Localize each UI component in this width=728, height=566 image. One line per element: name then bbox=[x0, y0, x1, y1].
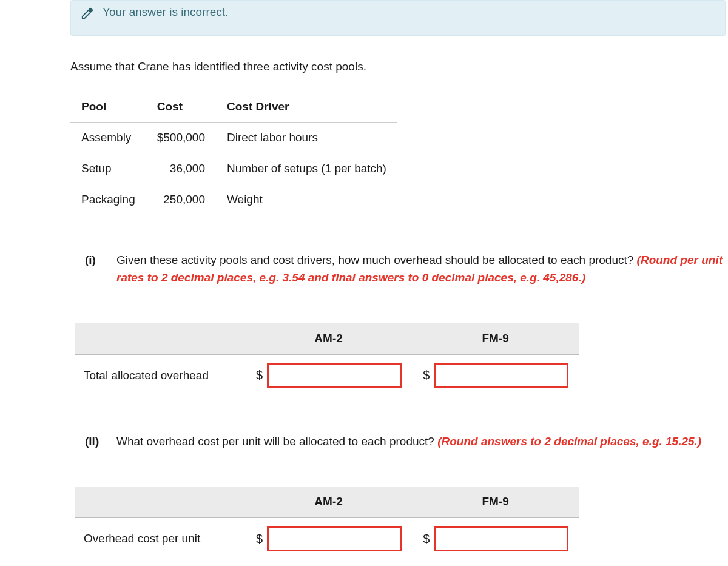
th-driver: Cost Driver bbox=[216, 92, 397, 123]
col-fm9: FM-9 bbox=[412, 487, 579, 517]
dollar-sign: $ bbox=[423, 532, 430, 546]
th-pool: Pool bbox=[70, 92, 146, 123]
blank-header bbox=[75, 487, 245, 517]
question-hint: (Round answers to 2 decimal places, e.g.… bbox=[437, 435, 701, 448]
col-fm9: FM-9 bbox=[412, 323, 579, 354]
pencil-icon bbox=[81, 7, 94, 23]
cell-pool: Assembly bbox=[70, 123, 146, 153]
question-ii: (ii) What overhead cost per unit will be… bbox=[85, 433, 726, 450]
question-index: (i) bbox=[85, 251, 104, 287]
dollar-sign: $ bbox=[256, 368, 263, 382]
dollar-sign: $ bbox=[423, 368, 430, 382]
th-cost: Cost bbox=[146, 92, 216, 123]
question-i: (i) Given these activity pools and cost … bbox=[85, 251, 726, 287]
row-label: Total allocated overhead bbox=[75, 354, 245, 396]
cell-pool: Packaging bbox=[70, 184, 146, 215]
question-body: What overhead cost per unit will be allo… bbox=[116, 433, 726, 450]
intro-text: Assume that Crane has identified three a… bbox=[70, 60, 726, 73]
alert-text: Your answer is incorrect. bbox=[103, 5, 228, 19]
cell-cost: $500,000 bbox=[146, 123, 216, 153]
row-label: Overhead cost per unit bbox=[75, 517, 245, 559]
dollar-sign: $ bbox=[256, 532, 263, 546]
cell-driver: Number of setups (1 per batch) bbox=[216, 153, 397, 184]
am2-total-input[interactable] bbox=[268, 363, 401, 388]
answer-table-i: AM-2 FM-9 Total allocated overhead $ bbox=[75, 323, 579, 396]
col-am2: AM-2 bbox=[245, 487, 412, 517]
answer-row: Total allocated overhead $ $ bbox=[75, 354, 579, 396]
col-am2: AM-2 bbox=[245, 323, 412, 354]
question-body: Given these activity pools and cost driv… bbox=[116, 251, 726, 287]
table-row: Setup 36,000 Number of setups (1 per bat… bbox=[70, 153, 397, 184]
cost-pool-table: Pool Cost Cost Driver Assembly $500,000 … bbox=[70, 92, 397, 215]
am2-perunit-input[interactable] bbox=[268, 527, 401, 551]
answer-row: Overhead cost per unit $ $ bbox=[75, 517, 579, 559]
fm9-total-input[interactable] bbox=[434, 363, 568, 388]
table-row: Packaging 250,000 Weight bbox=[70, 184, 397, 215]
blank-header bbox=[75, 323, 245, 354]
cell-driver: Weight bbox=[216, 184, 397, 215]
answer-table-ii: AM-2 FM-9 Overhead cost per unit $ bbox=[75, 487, 579, 559]
cell-cost: 36,000 bbox=[146, 153, 216, 184]
fm9-perunit-input[interactable] bbox=[434, 527, 568, 551]
cell-driver: Direct labor hours bbox=[216, 123, 397, 153]
question-text: Given these activity pools and cost driv… bbox=[116, 254, 637, 266]
question-text: What overhead cost per unit will be allo… bbox=[116, 435, 437, 448]
incorrect-alert: Your answer is incorrect. bbox=[70, 0, 726, 36]
table-row: Assembly $500,000 Direct labor hours bbox=[70, 123, 397, 153]
cell-cost: 250,000 bbox=[146, 184, 216, 215]
question-index: (ii) bbox=[85, 433, 104, 450]
cell-pool: Setup bbox=[70, 153, 146, 184]
